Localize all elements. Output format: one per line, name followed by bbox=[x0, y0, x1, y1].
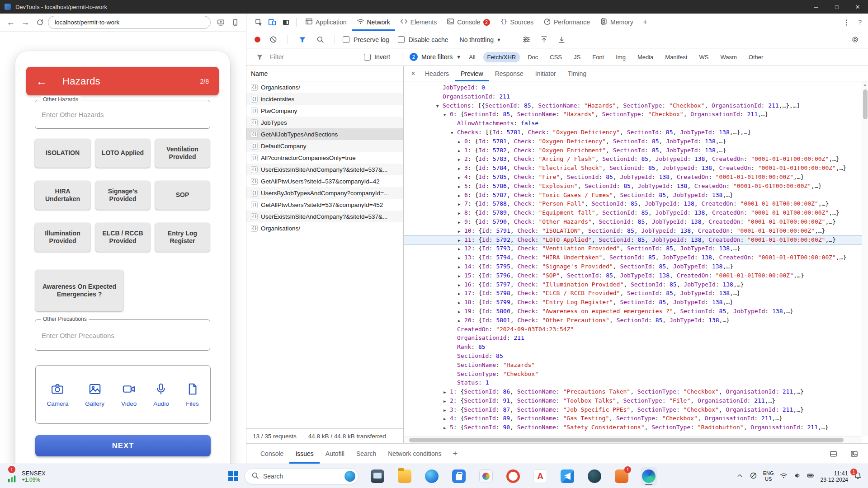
tab-network[interactable]: Network bbox=[352, 14, 395, 31]
hazard-button[interactable]: Signage's Provided bbox=[95, 181, 150, 210]
hazard-button[interactable]: SOP bbox=[155, 181, 210, 210]
collapsed-arrow-icon[interactable]: ▶ bbox=[443, 424, 450, 433]
json-tree-row[interactable]: ▶15: {Id: 5796, Check: "SOP", SectionId:… bbox=[404, 271, 862, 280]
start-button[interactable] bbox=[228, 471, 238, 481]
taskbar-search[interactable]: Search bbox=[245, 468, 359, 484]
volume-icon[interactable] bbox=[793, 472, 801, 481]
collapsed-arrow-icon[interactable]: ▶ bbox=[458, 227, 464, 236]
collapsed-arrow-icon[interactable]: ▶ bbox=[458, 218, 464, 227]
json-tree-row[interactable]: ▶19: {Id: 5800, Check: "Awareness on exp… bbox=[404, 307, 862, 316]
network-request-row[interactable]: {}PtwCompany bbox=[246, 105, 403, 117]
json-tree-row[interactable]: ▶4: {SectionId: 89, SectionName: "Gas Te… bbox=[404, 414, 862, 423]
browser-ring[interactable] bbox=[505, 467, 521, 486]
network-conditions-icon[interactable] bbox=[520, 33, 533, 47]
json-tree-row[interactable]: ▶20: {Id: 5801, Check: "Other Precaution… bbox=[404, 316, 862, 325]
json-tree-row[interactable]: ▶12: {Id: 5793, Check: "Ventilation Prov… bbox=[404, 244, 862, 253]
filter-chip[interactable]: Media bbox=[633, 52, 657, 62]
disable-cache-checkbox[interactable] bbox=[398, 36, 405, 43]
filter-chip[interactable]: Other bbox=[745, 52, 768, 62]
network-request-row[interactable]: {}GetAllJobTypesAndSections bbox=[246, 128, 403, 140]
media-item-camera[interactable]: Camera bbox=[47, 382, 68, 407]
json-tree-row[interactable]: ▼Checks: [{Id: 5781, Check: "Oxygen Defi… bbox=[404, 128, 862, 137]
hazard-button[interactable]: Entry Log Register bbox=[155, 223, 210, 252]
network-request-row[interactable]: {}GetAllPtwUsers?siteId=537&companyId=45… bbox=[246, 199, 403, 211]
network-request-row[interactable]: {}incidentsites bbox=[246, 93, 403, 105]
collapsed-arrow-icon[interactable]: ▶ bbox=[458, 299, 464, 308]
close-button[interactable]: ✕ bbox=[847, 0, 868, 14]
microsoft-store[interactable] bbox=[451, 467, 467, 486]
preserve-log-checkbox[interactable] bbox=[343, 36, 349, 43]
detail-tab-timing[interactable]: Timing bbox=[562, 66, 593, 81]
tab-application[interactable]: Application bbox=[300, 14, 352, 31]
json-tree-row[interactable]: ▶9: {Id: 5790, Check: "Other Hazards", S… bbox=[404, 217, 862, 226]
collapsed-arrow-icon[interactable]: ▶ bbox=[443, 388, 450, 397]
edge-browser[interactable] bbox=[641, 467, 657, 486]
export-har-icon[interactable] bbox=[555, 33, 569, 47]
filter-chip[interactable]: Fetch/XHR bbox=[483, 52, 520, 62]
drawer-tab-search[interactable]: Search bbox=[350, 444, 382, 464]
json-tree-row[interactable]: ▶6: {Id: 5787, Check: "Toxic Gases / Fum… bbox=[404, 191, 862, 200]
tab-sources[interactable]: {}Sources bbox=[495, 14, 538, 31]
collapsed-arrow-icon[interactable]: ▶ bbox=[458, 317, 464, 326]
expanded-arrow-icon[interactable]: ▼ bbox=[436, 102, 443, 111]
media-item-audio[interactable]: Audio bbox=[153, 382, 169, 407]
json-tree-row[interactable]: SectionId: 85 bbox=[404, 352, 862, 361]
network-request-row[interactable]: {}JobTypes bbox=[246, 117, 403, 128]
json-tree-row[interactable]: ▶13: {Id: 5794, Check: "HIRA Undertaken"… bbox=[404, 253, 862, 262]
close-icon[interactable]: × bbox=[407, 70, 419, 78]
media-item-gallery[interactable]: Gallery bbox=[85, 382, 104, 407]
maximize-button[interactable]: □ bbox=[826, 0, 847, 14]
invert-checkbox[interactable] bbox=[364, 54, 371, 61]
json-tree-row[interactable]: ▶11: {Id: 5792, Check: "LOTO Applied", S… bbox=[404, 235, 862, 244]
detail-tab-initiator[interactable]: Initiator bbox=[529, 66, 562, 81]
filter-toggle-icon[interactable] bbox=[296, 33, 309, 47]
scrollbar-thumb[interactable] bbox=[409, 438, 844, 442]
json-tree-row[interactable]: OrganisationId: 211 bbox=[404, 333, 862, 343]
notifications-bell[interactable]: 1 bbox=[854, 472, 863, 481]
vertical-scrollbar[interactable]: ▲ bbox=[862, 81, 868, 436]
clear-icon[interactable] bbox=[266, 33, 280, 47]
more-drawer-tabs-icon[interactable]: + bbox=[448, 449, 463, 459]
office-app[interactable]: 1 bbox=[613, 467, 630, 486]
filter-input[interactable] bbox=[270, 53, 360, 61]
json-tree-row[interactable]: ▶2: {Id: 5783, Check: "Arcing / Flash", … bbox=[404, 155, 862, 164]
more-options-icon[interactable]: ⋮ bbox=[843, 18, 850, 27]
back-icon[interactable]: ← bbox=[4, 16, 18, 29]
awareness-button[interactable]: Awareness On Expected Emergencies ? bbox=[35, 270, 123, 311]
filter-chip[interactable]: Doc bbox=[524, 52, 542, 62]
hazard-button[interactable]: ELCB / RCCB Provided bbox=[95, 223, 150, 252]
json-tree-row[interactable]: ▶3: {SectionId: 87, SectionName: "Job Sp… bbox=[404, 405, 862, 414]
network-request-row[interactable]: {}UserExistsInSiteAndCompany?&siteId=537… bbox=[246, 164, 403, 175]
wifi-icon[interactable] bbox=[780, 472, 788, 481]
network-request-row[interactable]: {}UserExistsInSiteAndCompany?&siteId=537… bbox=[246, 211, 403, 222]
remote-desktop-app[interactable] bbox=[369, 467, 386, 486]
network-request-row[interactable]: {}DefaultCompany bbox=[246, 140, 403, 152]
photos-app[interactable] bbox=[478, 467, 494, 486]
help-icon[interactable]: ? bbox=[858, 19, 862, 26]
network-request-row[interactable]: {}Organisations/ bbox=[246, 81, 403, 93]
json-tree-row[interactable]: SectionType: "Checkbox" bbox=[404, 370, 862, 379]
tab-performance[interactable]: Performance bbox=[538, 14, 595, 31]
copilot-app[interactable] bbox=[586, 467, 603, 486]
expanded-arrow-icon[interactable]: ▼ bbox=[451, 129, 457, 138]
drawer-tab-autofill[interactable]: Autofill bbox=[320, 444, 350, 464]
expanded-arrow-icon[interactable]: ▼ bbox=[443, 111, 450, 120]
tray-chevron-icon[interactable] bbox=[736, 472, 744, 481]
hazard-button[interactable]: HIRA Undertaken bbox=[35, 181, 90, 210]
json-tree-row[interactable]: ▶8: {Id: 5789, Check: "Equipment fall", … bbox=[404, 208, 862, 217]
screencast-icon[interactable] bbox=[228, 16, 242, 29]
throttling-dropdown[interactable]: No throttling ▼ bbox=[460, 36, 501, 43]
tab-memory[interactable]: Memory bbox=[595, 14, 638, 31]
json-tree-row[interactable]: ▶2: {SectionId: 91, SectionName: "Toolbo… bbox=[404, 396, 862, 405]
json-tree-row[interactable]: ▶10: {Id: 5791, Check: "ISOLATION", Sect… bbox=[404, 226, 862, 235]
filter-chip[interactable]: Wasm bbox=[716, 52, 741, 62]
other-hazards-field[interactable]: Other Hazards Enter Other Hazards bbox=[35, 100, 210, 129]
collapsed-arrow-icon[interactable]: ▶ bbox=[458, 272, 464, 281]
filter-chip[interactable]: Font bbox=[588, 52, 608, 62]
vs-code[interactable] bbox=[559, 467, 576, 486]
battery-icon[interactable] bbox=[807, 472, 815, 481]
scroll-up-icon[interactable]: ▲ bbox=[862, 81, 868, 87]
network-request-row[interactable]: {}UsersByJobTypesAndCompany?companyId=..… bbox=[246, 187, 403, 199]
reload-icon[interactable] bbox=[33, 16, 47, 29]
word-a-app[interactable]: A bbox=[532, 467, 548, 486]
